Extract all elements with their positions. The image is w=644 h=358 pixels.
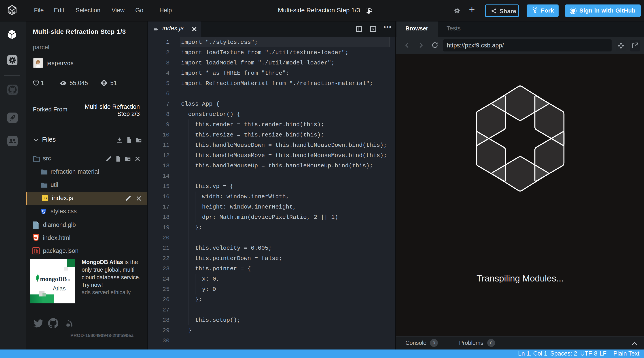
svg-text:®: ® bbox=[68, 278, 70, 282]
svg-text:mongoDB: mongoDB bbox=[40, 275, 67, 282]
